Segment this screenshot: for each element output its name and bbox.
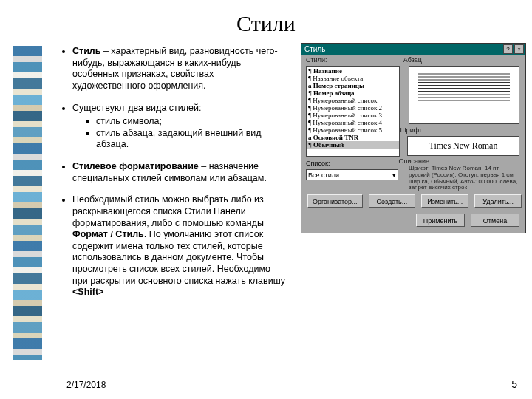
list-item[interactable]: ¶ Нумерованный список 3 [307, 112, 399, 119]
style-listbox[interactable]: ¶ Название ¶ Название объекта a Номер ст… [306, 66, 400, 157]
footer-page-number: 5 [511, 378, 517, 390]
list-item[interactable]: ¶ Название объекта [307, 75, 399, 82]
decorative-stripes [13, 46, 42, 360]
description-text: Шрифт: Times New Roman, 14 пт, русский (… [409, 166, 519, 191]
bullet-1: Стиль – характерный вид, разновидность ч… [72, 46, 288, 92]
bullet-4: Необходимый стиль можно выбрать либо из … [72, 194, 288, 299]
help-icon[interactable]: ? [503, 44, 513, 54]
new-button[interactable]: Создать... [369, 194, 416, 208]
dialog-titlebar: Стиль ? × [301, 44, 525, 55]
para-label: Абзац [403, 56, 422, 64]
list-item[interactable]: ¶ Нумерованный список 2 [307, 104, 399, 112]
list-item[interactable]: ¶ Нумерованный список [307, 97, 399, 104]
bullet-2-sub-2: стиль абзаца, задающий внешний вид абзац… [96, 128, 288, 151]
slide-title: Стили [0, 11, 532, 36]
footer-date: 2/17/2018 [66, 380, 106, 390]
bullet-3: Стилевое форматирование – назначение спе… [72, 161, 288, 184]
body-text: Стиль – характерный вид, разновидность ч… [59, 46, 288, 309]
list-label: Список: [306, 160, 330, 167]
organizer-button[interactable]: Организатор... [307, 194, 363, 208]
paragraph-preview [409, 66, 519, 124]
list-item[interactable]: ¶ Номер абзаца [307, 89, 399, 97]
dialog-title: Стиль [304, 45, 325, 53]
list-item[interactable]: ¶ Нумерованный список 4 [307, 119, 399, 126]
list-item[interactable]: a Основной TNR [307, 134, 399, 141]
style-dialog-screenshot: Стиль ? × Стили: Абзац ¶ Название ¶ Назв… [301, 43, 526, 233]
list-item[interactable]: ¶ Обычный [307, 141, 399, 149]
font-preview: Times New Roman [407, 136, 519, 156]
bullet-2: Существуют два вида стилей: стиль символ… [72, 103, 288, 151]
list-dropdown[interactable]: Все стили [306, 169, 398, 180]
desc-label: Описание [399, 157, 429, 165]
cancel-button[interactable]: Отмена [471, 214, 519, 227]
delete-button[interactable]: Удалить... [474, 194, 522, 208]
list-item[interactable]: ¶ Нумерованный список 5 [307, 126, 399, 134]
apply-button[interactable]: Применить [416, 214, 465, 227]
styles-label: Стили: [306, 56, 327, 64]
bullet-2-sub-1: стиль символа; [96, 116, 288, 128]
font-label: Шрифт [400, 126, 422, 134]
list-item[interactable]: ¶ Название [307, 67, 399, 75]
list-item[interactable]: a Номер страницы [307, 82, 399, 89]
close-icon[interactable]: × [514, 44, 524, 54]
edit-button[interactable]: Изменить... [421, 194, 468, 208]
